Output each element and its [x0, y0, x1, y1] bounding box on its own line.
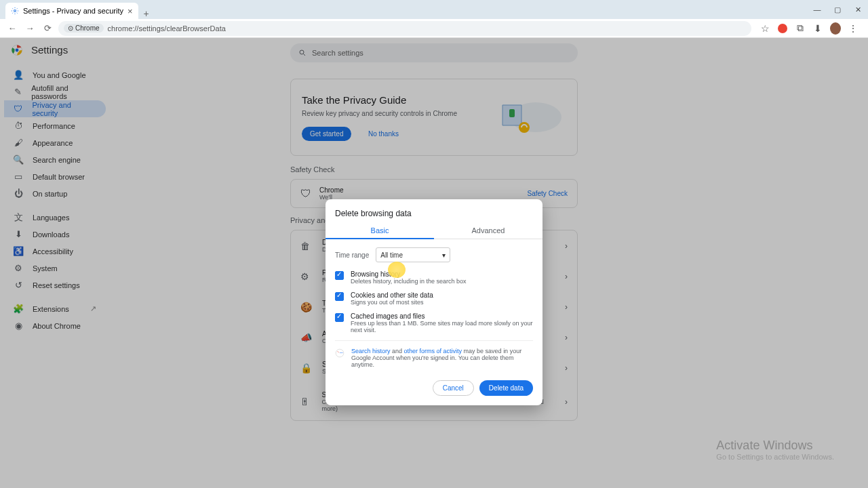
site-chip: ⊙Chrome	[64, 24, 104, 33]
gear-icon	[11, 7, 19, 15]
dialog-tabs: Basic Advanced	[326, 222, 542, 239]
address-bar[interactable]: ⊙Chrome chrome://settings/clearBrowserDa…	[58, 21, 751, 36]
toolbar: ← → ⟳ ⊙Chrome chrome://settings/clearBro…	[0, 19, 868, 38]
forward-button[interactable]: →	[23, 22, 37, 35]
tab-basic[interactable]: Basic	[326, 222, 434, 239]
svg-point-0	[14, 10, 16, 12]
time-range-label: Time range	[335, 251, 369, 259]
checkbox-icon[interactable]	[335, 271, 344, 280]
dialog-title: Delete browsing data	[326, 199, 542, 222]
extensions-icon[interactable]: ⧉	[795, 23, 806, 34]
checkbox-icon[interactable]	[335, 313, 344, 322]
other-activity-link[interactable]: other forms of activity	[404, 348, 462, 354]
reload-button[interactable]: ⟳	[41, 22, 54, 35]
chevron-down-icon: ▾	[442, 251, 446, 259]
titlebar: Settings - Privacy and security × + — ▢ …	[0, 0, 868, 19]
downloads-icon[interactable]: ⬇	[812, 23, 823, 34]
bookmark-icon[interactable]: ☆	[760, 23, 770, 34]
window-controls: — ▢ ✕	[807, 0, 868, 19]
avatar-icon[interactable]	[830, 23, 841, 34]
new-tab-button[interactable]: +	[138, 8, 155, 19]
browser-tab[interactable]: Settings - Privacy and security ×	[5, 3, 138, 19]
google-g-icon	[335, 348, 344, 358]
minimize-button[interactable]: —	[807, 0, 827, 19]
delete-browsing-data-dialog: Delete browsing data Basic Advanced Time…	[326, 199, 542, 405]
close-window-button[interactable]: ✕	[848, 0, 868, 19]
checkbox-cached[interactable]: Cached images and files Frees up less th…	[335, 312, 533, 333]
delete-data-button[interactable]: Delete data	[479, 380, 533, 396]
url-text: chrome://settings/clearBrowserData	[108, 24, 226, 33]
checkbox-cookies[interactable]: Cookies and other site data Signs you ou…	[335, 291, 533, 306]
search-history-link[interactable]: Search history	[351, 348, 391, 354]
extension-red-icon[interactable]	[777, 23, 788, 34]
maximize-button[interactable]: ▢	[827, 0, 848, 19]
tab-title: Settings - Privacy and security	[23, 7, 123, 15]
tab-advanced[interactable]: Advanced	[434, 222, 542, 239]
cancel-button[interactable]: Cancel	[433, 380, 474, 396]
menu-icon[interactable]: ⋮	[848, 23, 859, 34]
time-range-select[interactable]: All time ▾	[376, 247, 450, 262]
close-icon[interactable]: ×	[127, 6, 133, 16]
back-button[interactable]: ←	[5, 22, 19, 35]
checkbox-icon[interactable]	[335, 292, 344, 301]
info-row: Search history and other forms of activi…	[335, 340, 533, 371]
page: Settings Search settings 👤You and Google…	[0, 38, 868, 488]
watermark: Activate Windows Go to Settings to activ…	[716, 439, 834, 461]
checkbox-browsing-history[interactable]: Browsing history Deletes history, includ…	[335, 270, 533, 285]
